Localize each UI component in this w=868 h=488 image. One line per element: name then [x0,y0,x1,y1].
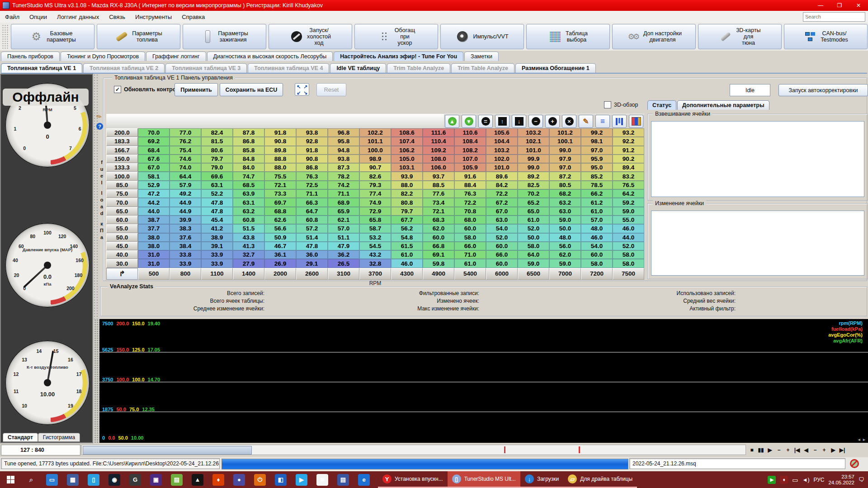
sub-tab-6[interactable]: Trim Table Analyze [451,63,514,73]
ve-cell[interactable]: 44.0 [613,233,644,242]
ve-cell[interactable]: 60.0 [454,224,486,233]
ve-cell[interactable]: 80.8 [391,198,423,206]
load-header-cell[interactable]: 45.0 [106,242,138,250]
sub-tab-2[interactable]: Топливная таблица VE 3 [165,63,247,73]
rpm-header-cell[interactable]: 2600 [296,268,328,280]
load-header-cell[interactable]: 70.0 [106,198,138,206]
checkbox-empty-icon[interactable] [604,101,611,108]
ve-cell[interactable]: 63.1 [201,181,233,189]
app-sphere-app[interactable]: ● [229,471,250,488]
transport-button-9[interactable]: ▶ [830,447,836,453]
ve-cell[interactable]: 76.3 [296,172,328,180]
ve-cell[interactable]: 100.1 [549,137,581,145]
title-bar[interactable]: TunerStudio MS Ultra v3.1.08 - Mazda RX-… [0,0,868,11]
ve-cell[interactable]: 105.6 [486,128,518,137]
ve-cell[interactable]: 94.8 [328,146,359,155]
ve-cell[interactable]: 88.4 [454,181,486,189]
ve-cell[interactable]: 65.2 [518,198,549,206]
ve-cell[interactable]: 79.7 [391,207,423,216]
toolbar-button-idle[interactable]: Запуск/холостойход [269,24,352,49]
ve-cell[interactable]: 76.3 [454,189,486,198]
ve-cell[interactable]: 66.2 [581,189,613,198]
ve-cell[interactable]: 50.9 [264,233,296,242]
ve-cell[interactable]: 38.3 [170,224,201,233]
increment-button[interactable]: ↑ [495,115,509,128]
ve-cell[interactable]: 48.0 [549,233,581,242]
main-tab-5[interactable]: Заметки [464,52,499,61]
ve-cell[interactable]: 52.0 [613,242,644,250]
ve-cell[interactable]: 95.0 [581,163,613,172]
rpm-header-cell[interactable]: 3100 [328,268,359,280]
equalize-button[interactable]: = [478,115,493,128]
ve-cell[interactable]: 36.0 [296,250,328,259]
transport-button-0[interactable]: ■ [749,447,755,453]
ve-cell[interactable]: 61.0 [454,259,486,267]
app-steam[interactable]: ◉ [104,471,125,488]
ve-cell[interactable]: 58.0 [454,233,486,242]
ve-cell[interactable]: 44.2 [138,198,170,206]
apply-button[interactable]: Применить [175,83,218,96]
app-fire-tool[interactable]: ♦ [208,471,229,488]
ve-cell[interactable]: 46.0 [581,233,613,242]
ve-cell[interactable]: 87.8 [233,128,264,137]
ve-cell[interactable]: 56.6 [264,224,296,233]
ve-cell[interactable]: 68.9 [328,198,359,206]
load-header-cell[interactable]: 166.7 [106,146,138,155]
ve-cell[interactable]: 41.3 [233,242,264,250]
ve-cell[interactable]: 26.5 [328,259,359,267]
ve-cell[interactable]: 26.9 [264,259,296,267]
ve-cell[interactable]: 98.9 [359,155,391,163]
rpm-header-cell[interactable]: 7500 [613,268,644,280]
load-header-cell[interactable]: 85.0 [106,181,138,189]
app-telegram[interactable]: ▶ [291,471,312,488]
ve-cell[interactable]: 65.8 [359,216,391,224]
ve-cell[interactable]: 31.0 [138,250,170,259]
decrease-button[interactable]: − [528,115,543,128]
bars-view-button[interactable] [612,115,627,128]
scale-down-button[interactable]: ▼ [462,115,476,128]
ve-cell[interactable]: 74.2 [328,181,359,189]
taskbar-clock[interactable]: 23:57 24.05.2022 [828,474,854,486]
ve-cell[interactable]: 69.2 [138,137,170,145]
rpm-header-cell[interactable]: 7200 [581,268,613,280]
ve-cell[interactable]: 97.9 [549,155,581,163]
search-input[interactable] [803,12,865,22]
app-gpu-z[interactable]: G [125,471,146,488]
ve-cell[interactable]: 101.2 [549,128,581,137]
ve-cell[interactable]: 84.8 [233,155,264,163]
rpm-header-cell[interactable]: 3700 [359,268,391,280]
ve-cell[interactable]: 57.2 [296,224,328,233]
ve-cell[interactable]: 99.9 [518,155,549,163]
ve-cell[interactable]: 57.0 [581,216,613,224]
ve-cell[interactable]: 50.0 [549,224,581,233]
app-display[interactable]: ▭ [42,471,62,488]
ve-cell[interactable]: 93.8 [328,155,359,163]
ve-cell[interactable]: 90.8 [264,137,296,145]
ve-cell[interactable]: 58.1 [138,172,170,180]
graph-left-scrollbar[interactable] [94,319,99,443]
load-header-cell[interactable]: 60.0 [106,216,138,224]
ve-cell[interactable]: 59.0 [613,207,644,216]
ve-cell[interactable]: 82.5 [518,181,549,189]
ve-cell[interactable]: 67.2 [486,198,518,206]
ve-cell[interactable]: 107.4 [391,137,423,145]
ve-cell[interactable]: 39.9 [170,216,201,224]
ve-cell[interactable]: 96.8 [328,128,359,137]
toolbar-button-sparkplug[interactable]: Параметрызажигания [183,24,266,49]
ve-cell[interactable]: 44.9 [170,198,201,206]
increase-button[interactable]: + [545,115,560,128]
ve-cell[interactable]: 64.2 [613,189,644,198]
ve-cell[interactable]: 49.2 [170,189,201,198]
ve-cell[interactable]: 71.0 [454,250,486,259]
ve-cell[interactable]: 54.8 [391,233,423,242]
ve-cell[interactable]: 91.6 [454,172,486,180]
ve-cell[interactable]: 99.0 [549,146,581,155]
notification-icon[interactable]: 🗨 [859,476,864,483]
ve-cell[interactable]: 51.4 [296,233,328,242]
ve-cell[interactable]: 101.0 [518,146,549,155]
ve-cell[interactable]: 38.4 [170,242,201,250]
ve-cell[interactable]: 93.9 [391,172,423,180]
ve-cell[interactable]: 71.1 [328,189,359,198]
ve-cell[interactable]: 38.9 [201,233,233,242]
ve-cell[interactable]: 93.2 [613,128,644,137]
